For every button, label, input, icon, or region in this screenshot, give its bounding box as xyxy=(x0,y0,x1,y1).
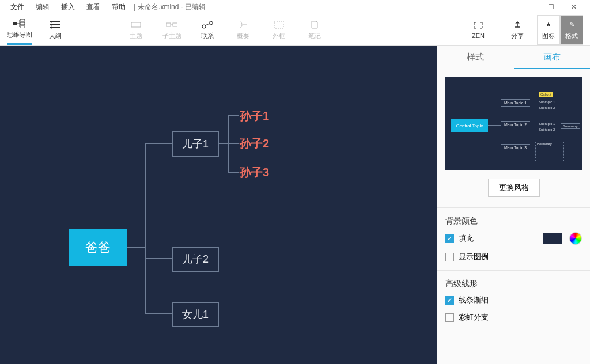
view-mindmap-button[interactable]: 思维导图 xyxy=(7,15,32,45)
share-icon xyxy=(511,20,524,30)
checkbox-fill[interactable]: ✓ xyxy=(445,234,454,243)
theme-preview: Central Topic Main Topic 1 Main Topic 2 … xyxy=(445,77,582,170)
label-fill: 填充 xyxy=(459,233,474,244)
svg-point-17 xyxy=(209,21,213,25)
subtopic-icon xyxy=(165,20,178,30)
format-panel: 样式 画布 Central Topic Main Topic 1 Main To… xyxy=(437,46,590,364)
minimize-button[interactable]: — xyxy=(516,0,539,14)
toolbar-label: 联系 xyxy=(201,32,214,40)
preview-sub: Subtopic 1 xyxy=(539,122,555,126)
svg-rect-15 xyxy=(173,23,177,26)
preview-summary: Summary xyxy=(561,123,580,129)
svg-point-9 xyxy=(51,21,52,22)
svg-rect-12 xyxy=(131,22,141,27)
mindmap-root-node[interactable]: 爸爸 xyxy=(69,229,127,266)
preview-callout: Callout xyxy=(539,92,553,97)
brush-icon: ✎ xyxy=(565,20,578,30)
label-rainbow: 彩虹分支 xyxy=(459,312,489,323)
mindmap-node[interactable]: 儿子1 xyxy=(172,131,219,157)
svg-rect-0 xyxy=(13,22,17,25)
mindmap-leaf-node[interactable]: 孙子1 xyxy=(240,108,269,124)
insert-note-button[interactable]: 笔记 xyxy=(302,15,327,45)
menu-insert[interactable]: 插入 xyxy=(55,1,81,13)
format-panel-button[interactable]: ✎ 格式 xyxy=(560,15,583,45)
topic-icon xyxy=(130,20,142,30)
section-adv-line: 高级线形 xyxy=(445,279,582,289)
toolbar-label: 大纲 xyxy=(49,32,62,40)
insert-topic-button[interactable]: 主题 xyxy=(123,15,149,45)
outline-icon xyxy=(49,20,62,30)
toolbar-label: 概要 xyxy=(237,32,249,40)
preview-central: Central Topic xyxy=(451,119,488,132)
mindmap-node[interactable]: 儿子2 xyxy=(172,247,219,272)
checkbox-line-taper[interactable]: ✓ xyxy=(445,296,454,305)
tab-style[interactable]: 样式 xyxy=(437,46,514,69)
mindmap-icon xyxy=(13,18,26,29)
view-outline-button[interactable]: 大纲 xyxy=(43,15,68,45)
mindmap-node[interactable]: 女儿1 xyxy=(172,302,219,327)
insert-relation-button[interactable]: 联系 xyxy=(195,15,220,45)
toolbar-label: 外框 xyxy=(273,32,285,40)
mindmap-leaf-node[interactable]: 孙子2 xyxy=(240,136,269,151)
menu-help[interactable]: 帮助 xyxy=(106,1,131,13)
svg-rect-4 xyxy=(20,22,25,25)
section-bg-color: 背景颜色 xyxy=(445,216,582,226)
menu-view[interactable]: 查看 xyxy=(81,1,106,13)
svg-rect-20 xyxy=(274,21,283,28)
checkbox-show-legend[interactable] xyxy=(445,253,454,261)
title-separator: | xyxy=(134,3,135,11)
preview-main: Main Topic 2 xyxy=(501,121,530,128)
insert-subtopic-button[interactable]: 子主题 xyxy=(159,15,184,45)
toolbar-label: ZEN xyxy=(472,32,485,39)
zen-mode-button[interactable]: ZEN xyxy=(466,15,491,45)
toolbar-label: 图标 xyxy=(542,32,555,40)
toolbar-label: 思维导图 xyxy=(7,31,32,39)
toolbar-label: 笔记 xyxy=(308,32,321,40)
preview-sub: Subtopic 1 xyxy=(539,100,555,104)
svg-point-10 xyxy=(51,24,52,25)
menu-file[interactable]: 文件 xyxy=(5,1,30,13)
star-icon: ★ xyxy=(542,20,555,30)
relation-icon xyxy=(201,20,214,30)
svg-rect-13 xyxy=(166,23,171,26)
note-icon xyxy=(308,20,321,30)
preview-main: Main Topic 1 xyxy=(501,99,530,107)
canvas[interactable]: 爸爸 儿子1 儿子2 女儿1 孙子1 孙子2 孙子3 xyxy=(0,46,437,364)
boundary-icon xyxy=(273,20,285,30)
close-button[interactable]: ✕ xyxy=(562,0,585,14)
menu-bar: 文件 编辑 插入 查看 帮助 | 未命名.xmind - 已编辑 — ☐ ✕ xyxy=(0,0,590,14)
zen-icon xyxy=(472,20,485,31)
toolbar-label: 分享 xyxy=(511,32,524,40)
svg-point-11 xyxy=(51,26,52,28)
svg-rect-5 xyxy=(20,26,25,28)
change-style-button[interactable]: 更换风格 xyxy=(488,179,540,197)
preview-sub: Subtopic 2 xyxy=(539,128,555,131)
toolbar-label: 主题 xyxy=(130,32,142,40)
svg-line-18 xyxy=(205,24,210,25)
icons-panel-button[interactable]: ★ 图标 xyxy=(537,15,560,45)
insert-summary-button[interactable]: 概要 xyxy=(230,15,256,45)
color-picker-button[interactable] xyxy=(569,232,582,245)
menu-edit[interactable]: 编辑 xyxy=(30,1,55,13)
document-title: 未命名.xmind - 已编辑 xyxy=(138,2,206,12)
checkbox-rainbow[interactable] xyxy=(445,313,454,322)
tab-canvas[interactable]: 画布 xyxy=(514,46,591,69)
preview-sub: Subtopic 2 xyxy=(539,106,555,109)
mindmap-leaf-node[interactable]: 孙子3 xyxy=(240,165,269,180)
svg-rect-3 xyxy=(20,19,25,21)
insert-boundary-button[interactable]: 外框 xyxy=(266,15,292,45)
share-button[interactable]: 分享 xyxy=(505,15,530,45)
summary-icon xyxy=(237,20,249,30)
preview-boundary: Boundary xyxy=(535,142,564,161)
toolbar-label: 格式 xyxy=(565,32,578,40)
toolbar-label: 子主题 xyxy=(162,32,181,40)
toolbar: 思维导图 大纲 主题 子主题 联系 概要 外框 xyxy=(0,14,590,46)
bg-color-swatch[interactable] xyxy=(543,233,562,244)
maximize-button[interactable]: ☐ xyxy=(539,0,562,14)
label-line-taper: 线条渐细 xyxy=(459,295,489,305)
preview-main: Main Topic 3 xyxy=(501,144,530,151)
label-show-legend: 显示图例 xyxy=(459,252,489,262)
